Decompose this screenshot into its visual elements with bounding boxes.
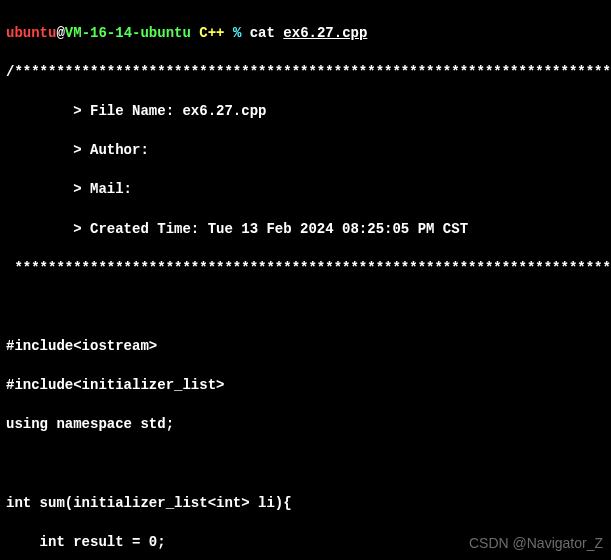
- code-line: int sum(initializer_list<int> li){: [6, 494, 605, 514]
- code-line: > Author:: [6, 141, 605, 161]
- watermark: CSDN @Navigator_Z: [469, 534, 603, 554]
- code-line: [6, 298, 605, 318]
- cmd-cat: cat: [250, 25, 275, 41]
- code-line: ****************************************…: [6, 259, 605, 279]
- code-line: [6, 455, 605, 475]
- code-line: > File Name: ex6.27.cpp: [6, 102, 605, 122]
- code-line: using namespace std;: [6, 415, 605, 435]
- prompt-at: @: [56, 25, 64, 41]
- terminal-window[interactable]: ubuntu@VM-16-14-ubuntu C++ % cat ex6.27.…: [0, 0, 611, 560]
- prompt-pct: %: [233, 25, 241, 41]
- prompt-user: ubuntu: [6, 25, 56, 41]
- code-line: > Mail:: [6, 180, 605, 200]
- cmd-arg-file: ex6.27.cpp: [283, 25, 367, 41]
- prompt-dir: C++: [199, 25, 224, 41]
- code-line: > Created Time: Tue 13 Feb 2024 08:25:05…: [6, 220, 605, 240]
- prompt-line-1[interactable]: ubuntu@VM-16-14-ubuntu C++ % cat ex6.27.…: [6, 24, 605, 44]
- code-line: #include<iostream>: [6, 337, 605, 357]
- prompt-host: VM-16-14-ubuntu: [65, 25, 191, 41]
- code-line: #include<initializer_list>: [6, 376, 605, 396]
- code-line: /***************************************…: [6, 63, 605, 83]
